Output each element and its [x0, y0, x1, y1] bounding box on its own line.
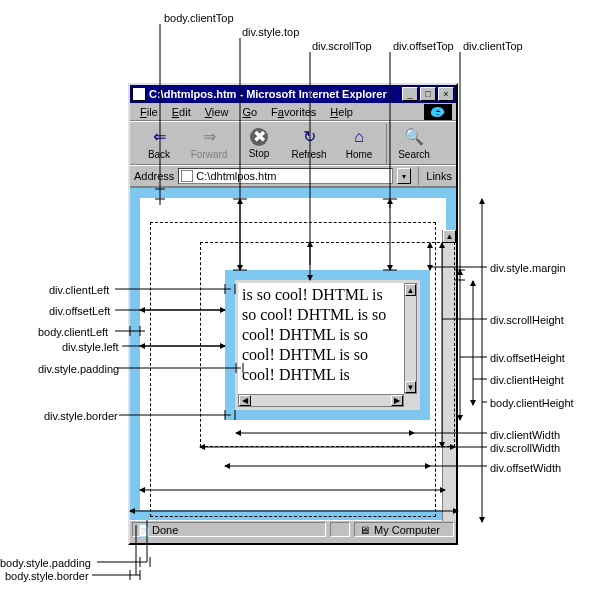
div-content: is so cool! DHTML is so cool! DHTML is s…: [238, 283, 404, 394]
address-label: Address: [134, 170, 174, 182]
titlebar[interactable]: C:\dhtmlpos.htm - Microsoft Internet Exp…: [130, 85, 456, 103]
back-button[interactable]: ⇐Back: [134, 124, 184, 162]
label-div-clientHeight: div.clientHeight: [490, 374, 564, 386]
minimize-button[interactable]: _: [402, 87, 418, 101]
arrow-right-icon: ⇒: [199, 127, 219, 147]
label-div-clientWidth: div.clientWidth: [490, 429, 560, 441]
menu-file[interactable]: File: [134, 105, 164, 119]
label-body-style-padding: body.style.padding: [0, 557, 91, 569]
address-value: C:\dhtmlpos.htm: [196, 170, 276, 182]
label-div-offsetTop: div.offsetTop: [393, 40, 454, 52]
menu-view[interactable]: View: [199, 105, 235, 119]
address-dropdown[interactable]: ▾: [397, 168, 411, 184]
search-icon: 🔍: [404, 127, 424, 147]
label-div-style-margin: div.style.margin: [490, 262, 566, 274]
label-div-style-border: div.style.border: [44, 410, 118, 422]
computer-icon: 🖥: [359, 524, 371, 536]
maximize-button[interactable]: □: [420, 87, 436, 101]
statusbar: 📄 Done 🖥 My Computer: [130, 520, 456, 538]
scroll-left-icon[interactable]: ◀: [239, 395, 251, 406]
label-body-clientTop: body.clientTop: [164, 12, 234, 24]
menu-go[interactable]: Go: [236, 105, 263, 119]
label-body-style-border: body.style.border: [5, 570, 89, 582]
forward-button[interactable]: ⇒Forward: [184, 124, 234, 162]
arrow-left-icon: ⇐: [149, 127, 169, 147]
document-icon: 📄: [137, 524, 149, 536]
label-div-offsetWidth: div.offsetWidth: [490, 462, 561, 474]
toolbar: ⇐Back ⇒Forward ✖Stop ↻Refresh ⌂Home 🔍Sea…: [130, 121, 456, 165]
scroll-right-icon[interactable]: ▶: [391, 395, 403, 406]
status-done: 📄 Done: [132, 522, 326, 537]
stop-icon: ✖: [250, 128, 268, 146]
div-scrollbar-vertical[interactable]: ▲ ▼: [404, 283, 417, 394]
label-div-scrollHeight: div.scrollHeight: [490, 314, 564, 326]
scroll-up-icon[interactable]: ▲: [443, 230, 456, 243]
refresh-icon: ↻: [299, 127, 319, 147]
scroll-up-icon[interactable]: ▲: [405, 284, 416, 296]
label-div-offsetLeft: div.offsetLeft: [49, 305, 110, 317]
label-div-style-padding: div.style.padding: [38, 363, 119, 375]
div-element: is so cool! DHTML is so cool! DHTML is s…: [225, 270, 430, 420]
menu-favorites[interactable]: Favorites: [265, 105, 322, 119]
label-div-offsetHeight: div.offsetHeight: [490, 352, 565, 364]
refresh-button[interactable]: ↻Refresh: [284, 124, 334, 162]
div-scrollbar-horizontal[interactable]: ◀ ▶: [238, 394, 404, 407]
window-scrollbar-vertical[interactable]: ▲: [442, 230, 456, 521]
app-icon: [132, 87, 146, 101]
status-empty: [330, 522, 350, 537]
close-button[interactable]: ×: [438, 87, 454, 101]
menubar: File Edit View Go Favorites Help: [130, 103, 456, 121]
ie-logo-icon: [424, 104, 452, 120]
home-button[interactable]: ⌂Home: [334, 124, 384, 162]
label-div-style-left: div.style.left: [62, 341, 119, 353]
page-icon: [181, 170, 193, 182]
window-title: C:\dhtmlpos.htm - Microsoft Internet Exp…: [149, 88, 400, 100]
links-label[interactable]: Links: [426, 170, 452, 182]
status-zone: 🖥 My Computer: [354, 522, 454, 537]
label-div-clientTop: div.clientTop: [463, 40, 523, 52]
menu-help[interactable]: Help: [324, 105, 359, 119]
menu-edit[interactable]: Edit: [166, 105, 197, 119]
label-div-clientLeft: div.clientLeft: [49, 284, 109, 296]
label-div-style-top: div.style.top: [242, 26, 299, 38]
home-icon: ⌂: [349, 127, 369, 147]
diagram-canvas: body.clientTop div.style.top div.scrollT…: [0, 0, 609, 602]
label-div-scrollWidth: div.scrollWidth: [490, 442, 560, 454]
label-body-clientHeight: body.clientHeight: [490, 397, 574, 409]
addressbar: Address C:\dhtmlpos.htm ▾ Links: [130, 165, 456, 187]
search-button[interactable]: 🔍Search: [389, 124, 439, 162]
address-input[interactable]: C:\dhtmlpos.htm: [178, 168, 393, 184]
stop-button[interactable]: ✖Stop: [234, 124, 284, 162]
label-body-clientLeft: body.clientLeft: [38, 326, 108, 338]
scroll-down-icon[interactable]: ▼: [405, 381, 416, 393]
label-div-scrollTop: div.scrollTop: [312, 40, 372, 52]
